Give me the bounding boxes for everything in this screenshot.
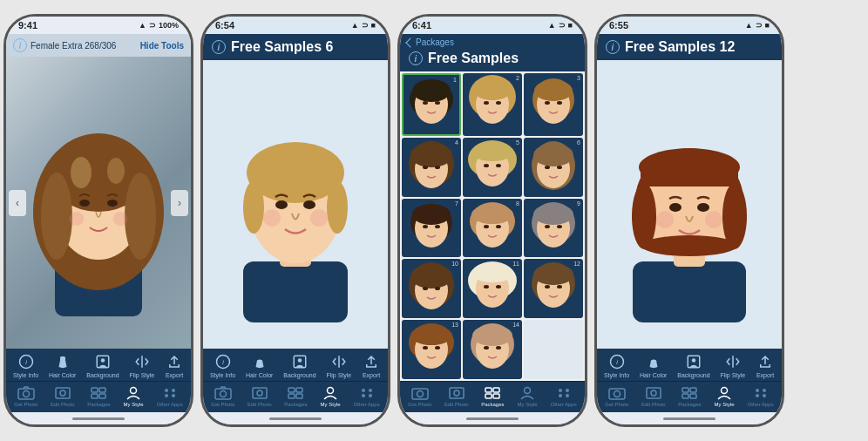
tab-packages-2[interactable]: Packages <box>284 385 307 407</box>
svg-point-19 <box>23 391 29 397</box>
tab-label-3: Packages <box>87 402 110 407</box>
toolbar-background-4[interactable]: Background <box>677 353 709 378</box>
svg-rect-180 <box>690 394 696 398</box>
info-icon-4[interactable]: i <box>606 40 620 54</box>
svg-point-69 <box>484 101 489 105</box>
svg-point-80 <box>410 143 452 167</box>
toolbar-style-info-2[interactable]: i Style Info <box>210 353 235 378</box>
grid-face-7 <box>405 199 458 258</box>
toolbar-flip-2[interactable]: Flip Style <box>326 353 351 378</box>
grid-item-13[interactable]: 13 <box>402 320 461 379</box>
grid-item-8[interactable]: 8 <box>463 199 522 258</box>
back-nav-3[interactable]: Packages <box>400 34 585 49</box>
toolbar-export-2[interactable]: Export <box>362 353 381 378</box>
t4-label-3: Background <box>677 372 709 378</box>
grid-item-12[interactable]: 12 <box>524 259 583 318</box>
grid-item-4[interactable]: 4 <box>402 138 461 197</box>
tab-packages-1[interactable]: Packages <box>87 385 110 407</box>
tab-my-style-2[interactable]: My Style <box>320 385 341 407</box>
photo-bg-1: ‹ › <box>6 57 191 349</box>
toolbar-flip-4[interactable]: Flip Style <box>720 353 745 378</box>
svg-point-7 <box>71 157 92 188</box>
svg-point-26 <box>131 388 137 394</box>
edit-icon-1 <box>52 385 73 401</box>
tab-get-photo-4[interactable]: Get Photo <box>605 385 628 407</box>
grid-item-2[interactable]: 2 <box>463 73 522 136</box>
svg-point-21 <box>60 390 65 396</box>
signal-icon-3: ▲ <box>548 21 556 30</box>
toolbar-hair-color-1[interactable]: Hair Color <box>49 353 77 378</box>
toolbar-hair-color-4[interactable]: Hair Color <box>640 353 668 378</box>
toolbar-hair-color-2[interactable]: Hair Color <box>246 353 274 378</box>
toolbar-style-info-1[interactable]: i Style Info <box>13 353 38 378</box>
svg-point-164 <box>641 235 737 256</box>
svg-point-99 <box>423 225 428 228</box>
tab-edit-photo-4[interactable]: Edit Photo <box>641 385 666 407</box>
svg-point-185 <box>763 394 766 397</box>
tab-bar-2: Get Photo Edit Photo Packages My Style <box>203 381 388 412</box>
svg-point-12 <box>113 212 127 226</box>
grid-face-11 <box>466 259 519 318</box>
tab-got-photo-3[interactable]: Got Photo <box>408 385 431 407</box>
info-icon-1[interactable]: i <box>13 38 27 52</box>
tab-other-apps-1[interactable]: Other Apps <box>157 385 183 407</box>
svg-point-182 <box>756 389 759 392</box>
tab-packages-3[interactable]: Packages <box>481 385 504 407</box>
nav-left-1[interactable]: ‹ <box>9 190 26 216</box>
toolbar-export-4[interactable]: Export <box>756 353 775 378</box>
tab-my-style-1[interactable]: My Style <box>123 385 144 407</box>
home-indicator-3 <box>400 412 585 424</box>
info-icon-3[interactable]: i <box>409 51 423 65</box>
toolbar-background-1[interactable]: Background <box>86 353 119 378</box>
nav-right-1[interactable]: › <box>171 190 188 216</box>
svg-rect-52 <box>288 394 295 398</box>
phone-2-screen: 6:54 ▲ ⊃ ■ i Free Samples 6 <box>203 17 388 424</box>
grid-item-11[interactable]: 11 <box>463 259 522 318</box>
tab-get-photo-1[interactable]: Get Photo <box>14 385 37 407</box>
tab-edit-photo-2[interactable]: Edit Photo <box>248 385 272 407</box>
svg-point-5 <box>41 173 72 260</box>
grid-item-5[interactable]: 5 <box>463 138 522 197</box>
grid-item-9[interactable]: 9 <box>524 199 583 258</box>
grid-item-1[interactable]: 1 <box>402 73 461 136</box>
time-1: 9:41 <box>18 20 37 31</box>
tab-other-apps-3[interactable]: Other Apps <box>551 385 577 407</box>
tab-packages-4[interactable]: Packages <box>678 385 701 407</box>
grid-item-3[interactable]: 3 <box>524 73 583 136</box>
svg-rect-147 <box>485 388 492 392</box>
grid-item-6[interactable]: 6 <box>524 138 583 197</box>
tab-edit-photo-1[interactable]: Edit Photo <box>51 385 75 407</box>
status-bar-3: 6:41 ▲ ⊃ ■ <box>400 17 585 34</box>
tab-other-apps-2[interactable]: Other Apps <box>354 385 380 407</box>
svg-point-74 <box>534 80 573 101</box>
grid-item-14[interactable]: 14 <box>463 320 522 379</box>
toolbar-background-2[interactable]: Background <box>283 353 315 378</box>
grid-item-7[interactable]: 7 <box>402 199 461 258</box>
tab-my-style-3[interactable]: My Style <box>517 385 538 407</box>
hide-tools-btn[interactable]: Hide Tools <box>140 41 184 51</box>
tab-edit-photo-3[interactable]: Edit Photo <box>444 385 469 407</box>
svg-point-82 <box>435 166 440 169</box>
camera-icon-1 <box>16 385 37 401</box>
tab-my-style-4[interactable]: My Style <box>714 385 735 407</box>
main-photo-2 <box>203 60 388 349</box>
hairstyle-grid-3: 1 2 <box>400 71 585 381</box>
svg-point-124 <box>496 285 501 288</box>
tab-get-photo-2[interactable]: Get Photo <box>211 385 234 407</box>
svg-rect-178 <box>690 388 696 392</box>
svg-point-93 <box>545 166 550 169</box>
toolbar-export-1[interactable]: Export <box>165 353 184 378</box>
tab-other-apps-4[interactable]: Other Apps <box>748 385 774 407</box>
person-icon-1 <box>123 385 144 401</box>
battery-icon-3: ■ <box>568 21 573 30</box>
svg-point-165 <box>669 203 682 212</box>
app-header-4: i Free Samples 12 <box>597 34 782 60</box>
svg-point-75 <box>545 101 550 105</box>
svg-rect-31 <box>243 261 348 322</box>
grid-item-10[interactable]: 10 <box>402 259 461 318</box>
toolbar-flip-1[interactable]: Flip Style <box>129 353 154 378</box>
toolbar-style-info-4[interactable]: i Style Info <box>604 353 629 378</box>
info-icon-2[interactable]: i <box>212 40 226 54</box>
phone-3: 6:41 ▲ ⊃ ■ Packages i Free Samples 1 <box>397 14 587 427</box>
tab4-label-4: My Style <box>715 402 735 407</box>
